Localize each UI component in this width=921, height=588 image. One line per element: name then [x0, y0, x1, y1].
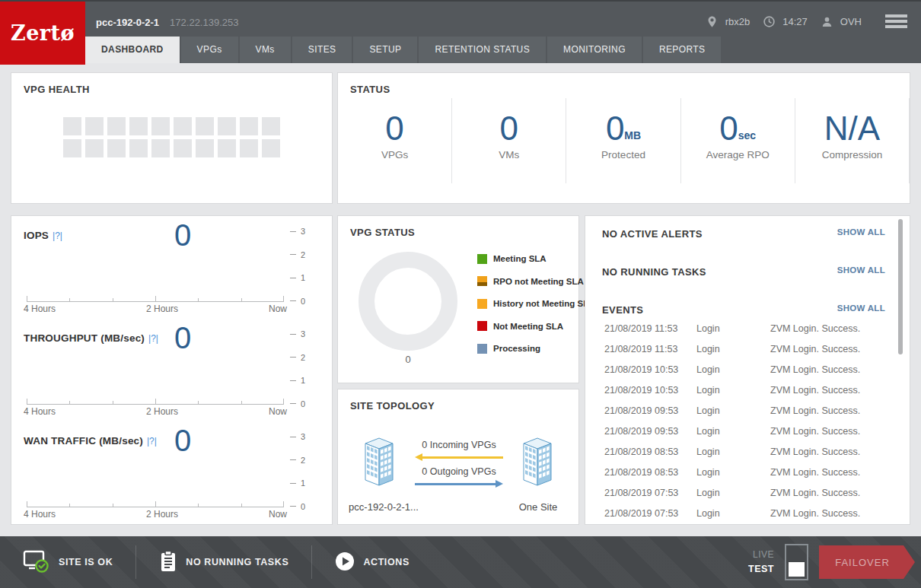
zerto-logo: Zertø [0, 2, 85, 65]
event-type: Login [696, 364, 720, 375]
chart-help-link[interactable]: |?| [53, 230, 62, 241]
status-metric: N/A Compression [795, 98, 910, 183]
event-row: 21/08/2019 11:53 Login ZVM Login. Succes… [585, 340, 910, 361]
event-row: 21/08/2019 10:53 Login ZVM Login. Succes… [585, 361, 910, 381]
tab[interactable]: SITES [292, 37, 352, 63]
vpg-health-panel: VPG HEALTH [11, 72, 333, 204]
alerts-events-panel: NO ACTIVE ALERTS SHOW ALL NO RUNNING TAS… [585, 215, 910, 525]
running-tasks-indicator[interactable]: NO RUNNING TASKS [136, 545, 311, 579]
status-metrics: 0 VPGs 0 VMs 0 MB Protected [338, 98, 910, 183]
events-show-all-link[interactable]: SHOW ALL [837, 304, 885, 313]
metric-value: 0 [606, 112, 624, 145]
event-row: 21/08/2019 08:53 Login ZVM Login. Succes… [585, 443, 910, 463]
live-test-toggle[interactable] [785, 544, 808, 580]
event-timestamp: 21/08/2019 08:53 [604, 467, 678, 478]
vpg-health-cell [63, 139, 81, 157]
event-timestamp: 21/08/2019 11:53 [604, 344, 677, 354]
site-topology-title: SITE TOPOLOGY [350, 400, 435, 412]
vpg-health-cell [107, 139, 126, 157]
tab-label: DASHBOARD [101, 44, 164, 55]
user-icon [821, 15, 833, 28]
mode-labels: LIVE TEST [748, 548, 774, 577]
vpg-health-cell [63, 117, 81, 135]
metric-value: 0 [719, 112, 738, 145]
main-tabs: DASHBOARD VPGs VMs SITES SETUP RETENTION… [85, 37, 722, 63]
tab[interactable]: VPGs [181, 37, 238, 63]
legend-label: Meeting SLA [493, 254, 547, 263]
events-heading: EVENTS [602, 304, 643, 316]
failover-controls: LIVE TEST FAILOVER [748, 544, 921, 580]
location-pin-icon [706, 15, 719, 28]
event-timestamp: 21/08/2019 09:53 [604, 426, 678, 437]
legend-swatch [477, 344, 487, 354]
metric-number: N/A [824, 112, 880, 145]
vpg-health-title: VPG HEALTH [24, 84, 90, 95]
alerts-show-all-link[interactable]: SHOW ALL [837, 227, 885, 237]
tab[interactable]: REPORTS [643, 37, 722, 63]
metric-label: VPGs [381, 149, 408, 161]
metric-number: 0 [385, 112, 403, 145]
metric-number: 0 [500, 112, 518, 145]
outgoing-arrow-icon [415, 480, 503, 488]
x-label-middle: 2 Hours [146, 304, 178, 314]
location-label: rbx2b [725, 16, 751, 27]
legend-item: RPO not Meeting SLA [477, 274, 595, 289]
site-topology-panel: SITE TOPOLOGY 0 Incoming VPGs [337, 389, 579, 525]
event-type: Login [696, 385, 720, 396]
menu-icon[interactable] [885, 12, 907, 30]
actions-menu[interactable]: ACTIONS [312, 545, 432, 579]
event-type: Login [696, 447, 720, 457]
event-row: 21/08/2019 07:53 Login ZVM Login. Succes… [585, 484, 910, 504]
legend-label: RPO not Meeting SLA [493, 277, 584, 286]
tab[interactable]: VMs [240, 37, 291, 63]
tab-label: MONITORING [563, 44, 626, 55]
running-tasks-label: NO RUNNING TASKS [186, 557, 288, 567]
tab-label: SETUP [369, 44, 401, 55]
legend-item: History not Meeting SLA [477, 296, 595, 311]
metric-label: Average RPO [706, 149, 770, 161]
outgoing-vpgs-label: 0 Outgoing VPGs [422, 466, 496, 477]
events-scrollbar[interactable] [898, 219, 903, 354]
tab[interactable]: SETUP [353, 37, 417, 63]
performance-chart: IOPS|?| 0 3 2 1 0 4 Hours 2 Hours [11, 216, 332, 319]
failover-button[interactable]: FAILOVER [819, 545, 915, 579]
event-row: 21/08/2019 07:53 Login ZVM Login. Succes… [585, 504, 910, 525]
tab[interactable]: RETENTION STATUS [419, 37, 546, 63]
event-type: Login [696, 467, 720, 478]
chart-current-value: 0 [126, 218, 240, 253]
tab[interactable]: MONITORING [547, 37, 642, 63]
vpg-health-cell [262, 117, 280, 135]
tasks-clipboard-icon [159, 550, 177, 575]
vpg-health-cell [151, 139, 170, 157]
remote-site-name: One Site [504, 501, 572, 513]
site-status-indicator[interactable]: SITE IS OK [0, 545, 135, 579]
top-bar: Zertø pcc-192-0-2-1 172.22.139.253 rbx2b… [0, 0, 921, 63]
site-name: pcc-192-0-2-1 [96, 17, 159, 28]
vpg-health-cell [174, 117, 192, 135]
metric-unit: MB [624, 129, 641, 141]
event-timestamp: 21/08/2019 08:53 [604, 447, 678, 457]
site-ip: 172.22.139.253 [170, 17, 238, 28]
event-type: Login [696, 426, 720, 437]
tab[interactable]: DASHBOARD [85, 37, 180, 63]
tasks-show-all-link[interactable]: SHOW ALL [837, 265, 885, 275]
chart-current-value: 0 [126, 321, 240, 355]
chart-x-labels: 4 Hours 2 Hours Now [24, 304, 287, 314]
status-metric: 0 MB Protected [566, 98, 680, 183]
event-type: Login [696, 508, 720, 519]
x-label-end: Now [269, 406, 287, 417]
vpg-health-cell [218, 117, 236, 135]
event-description: ZVM Login. Success. [770, 467, 860, 478]
bottom-status-bar: SITE IS OK NO RUNNING TASKS ACTIONS LIVE… [0, 536, 921, 588]
legend-item: Meeting SLA [477, 251, 595, 266]
chart-x-labels: 4 Hours 2 Hours Now [24, 509, 287, 520]
incoming-vpgs-label: 0 Incoming VPGs [422, 440, 496, 450]
event-type: Login [696, 344, 720, 354]
vpg-health-cell [151, 117, 170, 135]
metric-number: 0 MB [606, 112, 641, 145]
event-timestamp: 21/08/2019 07:53 [604, 508, 678, 519]
site-ok-icon [23, 549, 50, 576]
actions-play-icon [335, 551, 355, 574]
x-label-start: 4 Hours [24, 304, 56, 314]
running-tasks-heading: NO RUNNING TASKS [602, 266, 706, 278]
